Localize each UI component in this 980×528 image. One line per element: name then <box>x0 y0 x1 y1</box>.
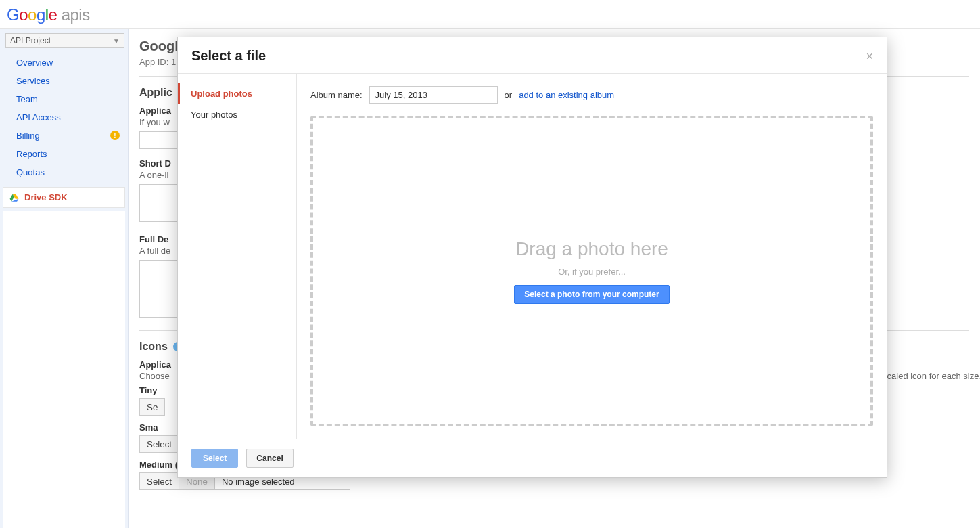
file-picker-modal: Select a file × Upload photos Your photo… <box>177 37 887 478</box>
sidebar-item-label: Billing <box>16 131 40 141</box>
icons-hint-long: caled icon for each size. <box>887 371 980 381</box>
sidebar-item-quotas[interactable]: Quotas <box>3 163 125 181</box>
select-icon-button[interactable]: Select <box>139 472 179 490</box>
sidebar-item-overview[interactable]: Overview <box>3 53 125 72</box>
project-dropdown-label: API Project <box>10 36 51 45</box>
section-icons-label: Icons <box>139 340 168 352</box>
modal-tabs: Upload photos Your photos <box>178 74 297 439</box>
modal-footer: Select Cancel <box>178 439 887 477</box>
brand-suffix: apis <box>62 5 90 24</box>
album-or-label: or <box>505 90 513 100</box>
sidebar-item-drive-sdk[interactable]: Drive SDK <box>3 187 125 208</box>
modal-header: Select a file × <box>178 37 887 74</box>
close-icon[interactable]: × <box>866 50 873 62</box>
tab-your-photos[interactable]: Your photos <box>178 104 296 125</box>
sidebar-item-billing[interactable]: Billing ! <box>3 127 125 145</box>
chevron-down-icon: ▼ <box>113 37 120 45</box>
modal-title: Select a file <box>191 48 266 64</box>
warning-icon: ! <box>110 131 120 140</box>
cancel-button[interactable]: Cancel <box>246 449 293 468</box>
sidebar: API Project ▼ Overview Services Team API… <box>0 29 129 528</box>
dropzone-title: Drag a photo here <box>515 238 668 260</box>
sidebar-item-reports[interactable]: Reports <box>3 145 125 163</box>
sidebar-item-label: Drive SDK <box>24 192 68 202</box>
dropzone-subtitle: Or, if you prefer... <box>558 267 626 277</box>
sidebar-item-api-access[interactable]: API Access <box>3 108 125 127</box>
album-name-input[interactable] <box>369 86 498 104</box>
photo-dropzone[interactable]: Drag a photo here Or, if you prefer... S… <box>310 116 873 426</box>
select-icon-button[interactable]: Select <box>139 435 179 453</box>
add-existing-album-link[interactable]: add to an existing album <box>519 90 614 100</box>
brand-header: Google apis <box>0 0 980 27</box>
drive-icon <box>9 193 19 202</box>
sidebar-item-services[interactable]: Services <box>3 72 125 90</box>
sidebar-item-team[interactable]: Team <box>3 90 125 108</box>
tab-upload-photos[interactable]: Upload photos <box>178 83 296 104</box>
album-name-label: Album name: <box>310 90 363 100</box>
select-from-computer-button[interactable]: Select a photo from your computer <box>514 285 669 304</box>
select-icon-button[interactable]: Se <box>139 398 165 416</box>
album-name-row: Album name: or add to an existing album <box>310 86 873 104</box>
project-dropdown[interactable]: API Project ▼ <box>5 33 124 48</box>
select-button[interactable]: Select <box>191 449 238 468</box>
sidebar-blank <box>3 211 125 528</box>
